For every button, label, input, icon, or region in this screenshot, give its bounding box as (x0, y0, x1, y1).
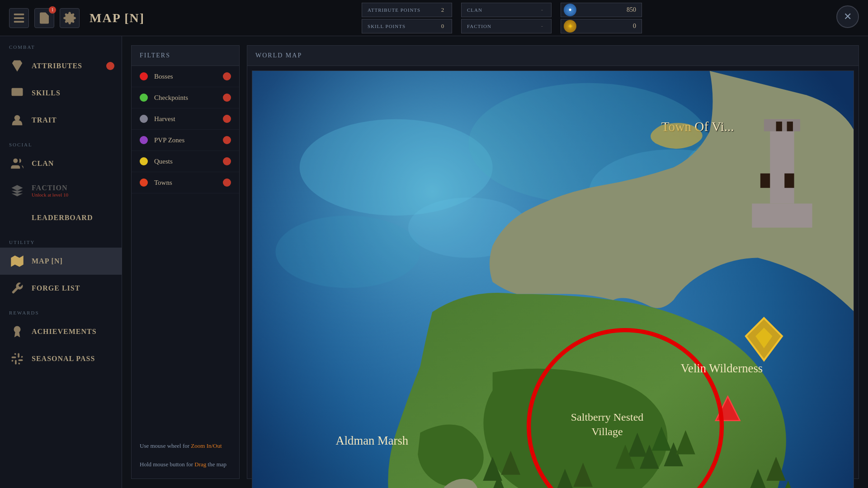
stat-group-2: CLAN - FACTION - (461, 3, 552, 33)
sidebar-item-map[interactable]: MAP [N] (0, 248, 122, 275)
page-title: MAP [N] (90, 11, 145, 25)
bosses-toggle[interactable] (223, 72, 231, 80)
quests-label: Quests (154, 158, 217, 165)
close-button[interactable]: ✕ (836, 5, 859, 28)
hint-drag-text: Drag (194, 461, 206, 468)
filters-panel: FILTERS Bosses Checkpoints Harvest PVP Z… (131, 45, 240, 479)
pvp-dot (140, 136, 148, 144)
trait-icon (9, 112, 25, 128)
sidebar-section-combat: COMBAT (0, 36, 122, 52)
towns-toggle[interactable] (223, 178, 231, 187)
currency-row-1: ● 850 (561, 3, 642, 17)
attributes-label: ATTRIBUTES (32, 62, 82, 70)
seasonal-pass-label: SEASONAL PASS (32, 355, 95, 363)
sidebar-item-seasonal-pass[interactable]: SEASONAL PASS (0, 345, 122, 372)
top-bar: 1 MAP [N] ATTRIBUTE POINTS 2 SKILL POINT… (0, 0, 868, 36)
svg-rect-36 (776, 122, 782, 131)
icon-button-2[interactable]: 1 (34, 8, 54, 28)
sidebar-section-rewards: REWARDS (0, 302, 122, 318)
world-map-svg[interactable]: Town Of Vi... Velin Wilderness Saltberry… (252, 71, 854, 488)
sidebar: COMBAT ATTRIBUTES SKILLS TRAIT SOCIAL CL… (0, 36, 122, 488)
checkpoints-toggle[interactable] (223, 94, 231, 102)
faction-label: FACTION (462, 23, 533, 29)
leaderboard-icon (9, 210, 25, 226)
checkpoints-label: Checkpoints (154, 94, 217, 102)
filter-quests[interactable]: Quests (132, 151, 239, 172)
filter-checkpoints[interactable]: Checkpoints (132, 87, 239, 108)
map-container[interactable]: Town Of Vi... Velin Wilderness Saltberry… (247, 66, 859, 488)
leaderboard-label: LEADERBOARD (32, 214, 93, 222)
sidebar-item-clan[interactable]: CLAN (0, 150, 122, 177)
achievements-icon (9, 324, 25, 340)
icon-button-1[interactable] (9, 8, 29, 28)
filters-hint: Use mouse wheel for Zoom In/Out Hold mou… (132, 432, 239, 479)
checkpoints-dot (140, 94, 148, 102)
svg-point-6 (13, 159, 18, 163)
sidebar-item-forge-list[interactable]: FORGE LIST (0, 275, 122, 302)
map-nav-label: MAP [N] (32, 257, 63, 265)
sidebar-item-leaderboard[interactable]: LEADERBOARD (0, 204, 122, 231)
bosses-label: Bosses (154, 73, 217, 80)
forge-list-label: FORGE LIST (32, 284, 80, 292)
currency-group: ● 850 ◈ 0 (561, 3, 642, 33)
sidebar-item-attributes[interactable]: ATTRIBUTES (0, 52, 122, 80)
filter-harvest[interactable]: Harvest (132, 108, 239, 130)
hint-line-2: Hold mouse button for Drag the map (140, 460, 231, 469)
notification-badge: 1 (49, 6, 56, 14)
sidebar-item-skills[interactable]: SKILLS (0, 80, 122, 107)
svg-point-14 (275, 216, 420, 288)
attribute-points-row: ATTRIBUTE POINTS 2 (362, 3, 452, 17)
premium-currency-value: 850 (579, 6, 642, 14)
filter-bosses[interactable]: Bosses (132, 66, 239, 87)
map-viewport[interactable]: Town Of Vi... Velin Wilderness Saltberry… (252, 70, 854, 488)
svg-rect-38 (760, 174, 770, 188)
settings-icon-button[interactable] (60, 8, 80, 28)
svg-text:Village: Village (591, 426, 623, 437)
harvest-dot (140, 115, 148, 123)
faction-icon (9, 183, 25, 199)
svg-rect-37 (787, 122, 793, 131)
main-content: FILTERS Bosses Checkpoints Harvest PVP Z… (122, 36, 868, 488)
pvp-toggle[interactable] (223, 136, 231, 144)
harvest-label: Harvest (154, 115, 217, 123)
towns-dot (140, 178, 148, 187)
filters-header: FILTERS (132, 46, 239, 66)
top-bar-center: ATTRIBUTE POINTS 2 SKILL POINTS 0 CLAN -… (145, 3, 859, 33)
gold-currency-icon: ◈ (564, 20, 576, 33)
trait-label: TRAIT (32, 116, 57, 124)
quests-dot (140, 157, 148, 165)
faction-row: FACTION - (461, 19, 552, 33)
svg-text:Velin Wilderness: Velin Wilderness (681, 361, 763, 375)
skill-points-label: SKILL POINTS (362, 23, 434, 29)
clan-icon (9, 155, 25, 172)
pvp-zones-label: PVP Zones (154, 136, 217, 144)
sidebar-item-achievements[interactable]: ACHIEVEMENTS (0, 318, 122, 345)
svg-rect-0 (14, 14, 24, 15)
svg-point-9 (14, 326, 21, 333)
svg-rect-1 (14, 17, 24, 19)
svg-rect-2 (14, 21, 24, 23)
world-map-panel: WORLD MAP (247, 45, 859, 479)
sidebar-section-utility: UTILITY (0, 231, 122, 248)
svg-text:Aldman Marsh: Aldman Marsh (335, 434, 408, 447)
filter-pvp-zones[interactable]: PVP Zones (132, 130, 239, 151)
svg-rect-4 (12, 88, 23, 96)
skill-points-value: 0 (434, 23, 452, 30)
top-bar-left: 1 MAP [N] (9, 8, 145, 28)
world-map-header: WORLD MAP (247, 46, 859, 66)
sidebar-section-social: SOCIAL (0, 134, 122, 150)
attribute-points-value: 2 (434, 6, 452, 14)
achievements-label: ACHIEVEMENTS (32, 328, 97, 336)
skills-label: SKILLS (32, 89, 61, 97)
filter-towns[interactable]: Towns (132, 172, 239, 193)
faction-unlock-label: Unlock at level 10 (32, 192, 68, 197)
attribute-points-label: ATTRIBUTE POINTS (362, 7, 434, 13)
sidebar-item-faction[interactable]: FACTION Unlock at level 10 (0, 177, 122, 204)
forge-list-icon (9, 280, 25, 296)
gold-currency-value: 0 (579, 23, 642, 30)
harvest-toggle[interactable] (223, 115, 231, 123)
quests-toggle[interactable] (223, 157, 231, 165)
sidebar-item-trait[interactable]: TRAIT (0, 107, 122, 134)
faction-value: - (533, 23, 551, 30)
hint-line-1: Use mouse wheel for Zoom In/Out (140, 441, 231, 451)
